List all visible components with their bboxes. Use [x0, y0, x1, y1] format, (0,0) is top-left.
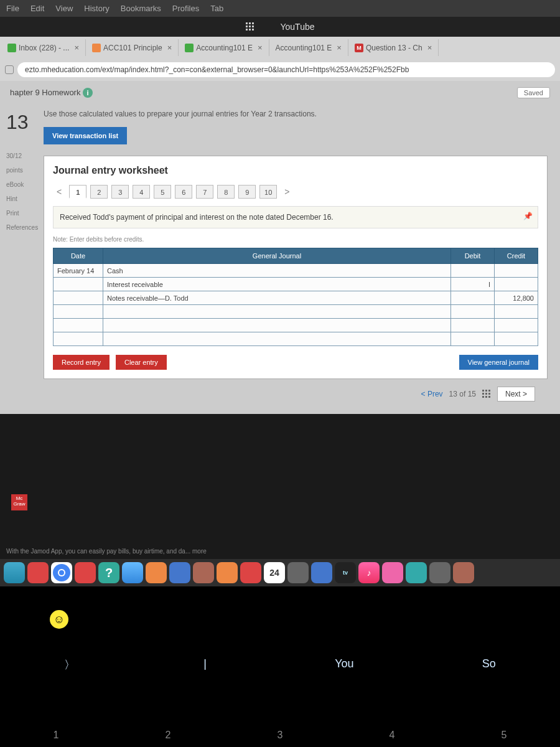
cell-date[interactable]: February 14 — [54, 264, 103, 278]
view-transaction-list-button[interactable]: View transaction list — [44, 127, 127, 144]
tab-accounting-a[interactable]: Accounting101 E × — [179, 39, 269, 56]
cell-credit[interactable] — [495, 264, 538, 278]
site-info-icon[interactable] — [5, 65, 14, 74]
side-ebook[interactable]: eBook — [6, 181, 37, 188]
journal-entry-table: Date General Journal Debit Credit Februa… — [53, 248, 538, 346]
cell-account[interactable]: Interest receivable — [103, 278, 451, 291]
cell-credit[interactable] — [495, 319, 538, 332]
dock-facetime-icon[interactable] — [240, 562, 261, 583]
dock-app-icon[interactable] — [382, 562, 403, 583]
cell-debit[interactable] — [451, 264, 495, 278]
menu-history[interactable]: History — [84, 4, 109, 13]
side-references[interactable]: References — [6, 224, 37, 231]
step-8[interactable]: 8 — [217, 185, 235, 199]
menu-edit[interactable]: Edit — [30, 4, 44, 13]
menu-tab[interactable]: Tab — [210, 4, 223, 13]
clear-entry-button[interactable]: Clear entry — [116, 355, 167, 370]
touchbar-key[interactable]: You — [335, 657, 353, 672]
cell-credit[interactable] — [495, 278, 538, 291]
dock-app-icon[interactable] — [193, 562, 214, 583]
tab-acc101[interactable]: ACC101 Principle × — [86, 39, 179, 56]
tab-accounting-b[interactable]: Accounting101 E × — [269, 39, 348, 56]
menu-profiles[interactable]: Profiles — [172, 4, 199, 13]
dock-calendar-icon[interactable]: 24 — [264, 562, 285, 583]
cell-account[interactable] — [103, 319, 451, 332]
close-icon[interactable]: × — [427, 43, 432, 52]
dock-mail-icon[interactable] — [122, 562, 143, 583]
cell-account[interactable] — [103, 332, 451, 346]
dock-app-icon[interactable] — [429, 562, 450, 583]
cell-debit[interactable]: I — [451, 278, 495, 291]
step-4[interactable]: 4 — [133, 185, 150, 199]
menu-bookmarks[interactable]: Bookmarks — [121, 4, 161, 13]
dock-app-icon[interactable] — [311, 562, 332, 583]
worksheet-title: Journal entry worksheet — [53, 165, 538, 176]
cell-account[interactable]: Cash — [103, 264, 451, 278]
dock-tv-icon[interactable]: tv — [335, 562, 356, 583]
cell-credit[interactable]: 12,800 — [495, 291, 538, 305]
dock-finder-icon[interactable] — [4, 562, 25, 583]
apps-grid-icon[interactable] — [245, 22, 255, 32]
step-6[interactable]: 6 — [175, 185, 192, 199]
pin-icon[interactable]: 📌 — [523, 212, 533, 220]
chevron-right-icon[interactable]: > — [281, 187, 293, 197]
cell-debit[interactable] — [451, 305, 495, 319]
address-input[interactable]: ezto.mheducation.com/ext/map/index.html?… — [17, 62, 555, 77]
close-icon[interactable]: × — [167, 43, 172, 52]
prev-button[interactable]: < Prev — [421, 390, 443, 398]
touchbar-key[interactable]: | — [203, 657, 207, 672]
dock-app-icon[interactable] — [146, 562, 167, 583]
tab-inbox[interactable]: Inbox (228) - ... × — [1, 39, 86, 56]
step-7[interactable]: 7 — [196, 185, 213, 199]
assignment-title: hapter 9 Homework — [10, 88, 80, 97]
cell-date[interactable] — [54, 332, 103, 346]
close-icon[interactable]: × — [258, 43, 263, 52]
menu-file[interactable]: File — [6, 4, 19, 13]
step-1[interactable]: 1 — [69, 185, 86, 199]
cell-credit[interactable] — [495, 332, 538, 346]
dock-app-icon[interactable] — [287, 562, 309, 583]
bookmark-youtube[interactable]: YouTube — [280, 22, 314, 32]
cell-account[interactable] — [103, 305, 451, 319]
table-row — [54, 319, 538, 332]
question-grid-icon[interactable] — [482, 390, 491, 398]
step-10[interactable]: 10 — [259, 185, 277, 199]
touchbar-key[interactable]: So — [482, 657, 496, 672]
dock-music-icon[interactable]: ♪ — [358, 562, 380, 583]
side-points: 30/12 — [6, 153, 37, 159]
touchbar-key[interactable]: 〉 — [64, 657, 75, 672]
dock-app-icon[interactable] — [75, 562, 96, 583]
cell-date[interactable] — [54, 278, 103, 291]
record-entry-button[interactable]: Record entry — [53, 355, 110, 370]
dock-app-icon[interactable] — [453, 562, 474, 583]
side-hint[interactable]: Hint — [6, 195, 37, 202]
cell-date[interactable] — [54, 305, 103, 319]
step-5[interactable]: 5 — [154, 185, 171, 199]
cell-credit[interactable] — [495, 305, 538, 319]
cell-date[interactable] — [54, 319, 103, 332]
info-icon[interactable]: i — [83, 88, 93, 98]
step-3[interactable]: 3 — [111, 185, 129, 199]
dock-app-icon[interactable] — [169, 562, 190, 583]
next-button[interactable]: Next > — [497, 387, 535, 402]
cell-debit[interactable] — [451, 291, 495, 305]
side-print[interactable]: Print — [6, 210, 37, 217]
cell-debit[interactable] — [451, 332, 495, 346]
cell-account[interactable]: Notes receivable—D. Todd — [103, 291, 451, 305]
dock-app-icon[interactable] — [406, 562, 427, 583]
tab-label: Question 13 - Ch — [366, 44, 422, 52]
menu-view[interactable]: View — [55, 4, 73, 13]
dock-help-icon[interactable]: ? — [98, 562, 119, 583]
cell-debit[interactable] — [451, 319, 495, 332]
step-9[interactable]: 9 — [238, 185, 256, 199]
close-icon[interactable]: × — [74, 43, 79, 52]
tab-question13[interactable]: M Question 13 - Ch × — [348, 39, 439, 56]
close-icon[interactable]: × — [337, 43, 342, 52]
chevron-left-icon[interactable]: < — [53, 187, 65, 197]
cell-date[interactable] — [54, 291, 103, 305]
dock-app-icon[interactable] — [217, 562, 238, 583]
view-general-journal-button[interactable]: View general journal — [459, 355, 538, 370]
step-2[interactable]: 2 — [90, 185, 108, 199]
dock-chrome-icon[interactable] — [51, 562, 72, 583]
dock-app-icon[interactable] — [27, 562, 49, 583]
